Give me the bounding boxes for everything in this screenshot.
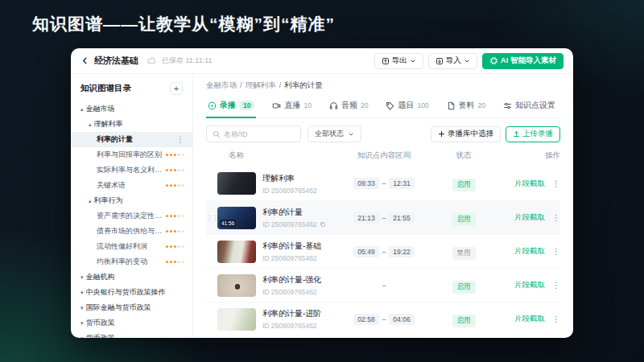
tree-item[interactable]: 利率的计量⋮ — [71, 132, 192, 147]
collapse-caret-icon[interactable]: ▴ — [89, 198, 92, 204]
clip-extract-link[interactable]: 片段截取 — [514, 314, 545, 324]
video-id: ID 250609765462 — [262, 322, 317, 330]
tree-item[interactable]: ▴金融市场 — [71, 101, 192, 117]
interval-dash: – — [382, 315, 386, 323]
video-thumbnail[interactable] — [217, 308, 256, 331]
tree-item[interactable]: 资产需求的决定性因素 — [71, 208, 192, 224]
sidebar-title: 知识图谱目录 — [80, 83, 131, 94]
play-icon — [208, 101, 217, 110]
knowledge-tree-sidebar: 知识图谱目录 + ▴金融市场▴理解利率利率的计量⋮利率与回报率的区别实际利率与名… — [71, 74, 193, 338]
tree-item-menu-icon[interactable]: ⋮ — [176, 135, 184, 144]
row-menu-icon[interactable]: ⋮ — [552, 315, 560, 323]
tree-item[interactable]: 流动性偏好利润 — [71, 239, 192, 254]
tree-item[interactable]: 债券市场的供给与需求 — [71, 224, 192, 239]
content-interval: 02:58–04:06 — [330, 314, 438, 325]
progress-dots — [166, 154, 184, 156]
tree-item[interactable]: ▾货币政策 — [71, 331, 192, 338]
breadcrumb-segment[interactable]: 金融市场 — [206, 80, 237, 91]
filter-row: 全部状态 录播库中选择 上传录播 — [206, 125, 560, 142]
video-thumbnail[interactable] — [217, 274, 256, 297]
save-status: 已保存 11:11:11 — [162, 56, 213, 66]
tree-item[interactable]: ▾中央银行与货币政策操作 — [71, 285, 192, 300]
breadcrumb-separator: / — [240, 80, 242, 91]
status-filter-select[interactable]: 全部状态 — [308, 125, 361, 142]
row-menu-icon[interactable]: ⋮ — [552, 213, 560, 222]
video-id: ID 250609765462 — [262, 220, 317, 228]
expand-caret-icon[interactable]: ▾ — [80, 320, 84, 327]
breadcrumb: 金融市场/理解利率/利率的计量 — [206, 80, 560, 91]
tree-item[interactable]: 实际利率与名义利率的区别 — [71, 162, 192, 178]
clip-extract-link[interactable]: 片段截取 — [514, 179, 545, 189]
interval-start: 02:58 — [353, 314, 378, 325]
camera-icon — [272, 101, 281, 110]
tab-直播[interactable]: 直播10 — [270, 98, 312, 117]
tree-item[interactable]: ▾金融机构 — [71, 269, 192, 285]
interval-start: 09:33 — [353, 178, 378, 189]
export-icon — [382, 57, 390, 65]
table-row: ⋮⋮利率的计量-基础ID 25060976546205:49–19:22禁用片段… — [206, 234, 560, 268]
plus-icon — [438, 130, 445, 138]
window-header: 经济法基础 已保存 11:11:11 导出 导入 AI 智能导入素材 — [71, 48, 573, 74]
tab-题目[interactable]: 题目100 — [384, 98, 430, 117]
collapse-caret-icon[interactable]: ▴ — [89, 121, 92, 128]
back-icon[interactable] — [80, 56, 89, 65]
expand-caret-icon[interactable]: ▾ — [80, 290, 84, 296]
sliders-icon — [503, 101, 512, 110]
tree-item-label: 金融机构 — [86, 272, 115, 282]
content-interval: – — [330, 282, 438, 290]
chevron-down-icon — [348, 131, 354, 138]
copy-icon[interactable] — [320, 221, 326, 228]
cloud-icon — [147, 56, 157, 66]
expand-caret-icon[interactable]: ▾ — [80, 305, 84, 311]
search-input[interactable] — [224, 130, 295, 138]
status-badge: 启用 — [452, 281, 476, 294]
video-id: ID 250609765462 — [262, 254, 317, 262]
video-title: 利率的计量-进阶 — [262, 308, 321, 319]
tab-label: 录播 — [220, 100, 236, 111]
interval-start: 05:49 — [353, 246, 378, 257]
expand-caret-icon[interactable]: ▾ — [80, 274, 84, 281]
tree-item-label: 金融市场 — [86, 104, 115, 114]
video-thumbnail[interactable] — [217, 241, 256, 263]
tree-item[interactable]: 利率与回报率的区别 — [71, 147, 192, 162]
select-from-library-button[interactable]: 录播库中选择 — [431, 126, 501, 142]
tag-icon — [386, 101, 394, 110]
tree-item[interactable]: ▴利率行为 — [71, 193, 192, 208]
video-thumbnail[interactable]: 41:56 — [217, 207, 256, 229]
ai-chip-icon — [489, 56, 498, 65]
row-menu-icon[interactable]: ⋮ — [552, 179, 560, 188]
tree-item-label: 流动性偏好利润 — [97, 241, 147, 252]
upload-recording-button[interactable]: 上传录播 — [506, 126, 560, 142]
tab-知识点设置[interactable]: 知识点设置 — [502, 98, 557, 117]
clip-extract-link[interactable]: 片段截取 — [514, 246, 545, 257]
ai-import-button[interactable]: AI 智能导入素材 — [482, 53, 564, 69]
tab-录播[interactable]: 录播10 — [206, 98, 256, 117]
tree-item[interactable]: 均衡利率的变动 — [71, 254, 192, 269]
add-node-button[interactable]: + — [170, 82, 183, 95]
interval-dash: – — [382, 179, 386, 187]
tree-item[interactable]: ▾货币政策 — [71, 315, 192, 331]
tree-item[interactable]: ▴理解利率 — [71, 117, 192, 132]
row-menu-icon[interactable]: ⋮ — [552, 247, 560, 256]
progress-dots — [166, 261, 184, 263]
export-button[interactable]: 导出 — [374, 53, 423, 69]
row-menu-icon[interactable]: ⋮ — [552, 281, 560, 290]
tab-资料[interactable]: 资料20 — [445, 98, 487, 117]
breadcrumb-segment[interactable]: 理解利率 — [246, 80, 276, 91]
import-button[interactable]: 导入 — [428, 53, 477, 69]
search-box[interactable] — [206, 125, 301, 142]
expand-caret-icon[interactable]: ▾ — [80, 335, 84, 339]
interval-start: 21:13 — [353, 212, 378, 224]
video-thumbnail[interactable] — [217, 172, 256, 195]
tree-item-label: 利率行为 — [94, 195, 123, 206]
drag-handle-icon[interactable]: ⋮⋮ — [206, 214, 217, 222]
tree-item[interactable]: ▾国际金融与货币政策 — [71, 300, 192, 315]
clip-extract-link[interactable]: 片段截取 — [514, 280, 545, 290]
tree-item-label: 理解利率 — [94, 119, 123, 130]
content-interval: 21:13–21:55 — [330, 212, 438, 224]
knowledge-tree: ▴金融市场▴理解利率利率的计量⋮利率与回报率的区别实际利率与名义利率的区别关键术… — [71, 101, 192, 338]
tab-音频[interactable]: 音频20 — [328, 98, 369, 117]
tree-item[interactable]: 关键术语 — [71, 178, 192, 193]
collapse-caret-icon[interactable]: ▴ — [80, 106, 84, 113]
clip-extract-link[interactable]: 片段截取 — [514, 212, 545, 223]
